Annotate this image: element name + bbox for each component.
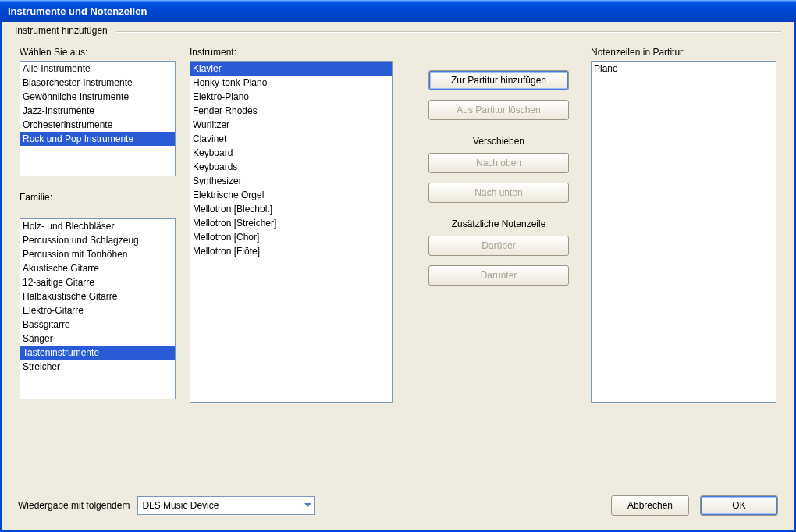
family-list-item[interactable]: Halbakustische Gitarre <box>20 289 175 303</box>
instrument-list-item[interactable]: Clavinet <box>190 132 392 146</box>
group-divider <box>116 31 781 33</box>
instrument-list-item[interactable]: Wurlitzer <box>190 118 392 132</box>
window-title: Instrumente und Notenzeilen <box>8 5 147 17</box>
titlebar[interactable]: Instrumente und Notenzeilen <box>0 0 796 22</box>
family-list-item[interactable]: Tasteninstrumente <box>20 346 175 360</box>
move-up-button[interactable]: Nach oben <box>428 153 569 173</box>
staves-label: Notenzeilen in Partitur: <box>591 47 776 58</box>
add-to-score-button[interactable]: Zur Partitur hinzufügen <box>428 70 569 90</box>
instrument-list-item[interactable]: Synthesizer <box>190 174 392 188</box>
instrument-list-item[interactable]: Mellotron [Flöte] <box>190 244 392 258</box>
family-label: Familie: <box>20 192 176 203</box>
instrument-list-item[interactable]: Honky-tonk-Piano <box>190 76 392 90</box>
playback-label: Wiedergabe mit folgendem <box>18 500 130 511</box>
extra-staff-section-label: Zusätzliche Notenzeile <box>421 218 577 229</box>
add-staff-above-button[interactable]: Darüber <box>428 236 569 256</box>
instrument-list-item[interactable]: Elektro-Piano <box>190 90 392 104</box>
ok-button[interactable]: OK <box>700 495 778 516</box>
family-listbox[interactable]: Holz- und BlechbläserPercussion und Schl… <box>20 218 176 399</box>
playback-device-value: DLS Music Device <box>142 500 219 511</box>
family-list-item[interactable]: Akustische Gitarre <box>20 261 175 275</box>
choose-list-item[interactable]: Rock und Pop Instrumente <box>20 132 175 146</box>
family-list-item[interactable]: 12-saitige Gitarre <box>20 275 175 289</box>
choose-list-item[interactable]: Gewöhnliche Instrumente <box>20 90 175 104</box>
instrument-listbox[interactable]: KlavierHonky-tonk-PianoElektro-PianoFend… <box>190 61 393 403</box>
instrument-list-item[interactable]: Mellotron [Streicher] <box>190 216 392 230</box>
choose-list-item[interactable]: Jazz-Instrumente <box>20 104 175 118</box>
instrument-list-item[interactable]: Elektrische Orgel <box>190 188 392 202</box>
choose-list-item[interactable]: Orchesterinstrumente <box>20 118 175 132</box>
instrument-list-item[interactable]: Mellotron [Chor] <box>190 230 392 244</box>
instrument-list-item[interactable]: Keyboard <box>190 146 392 160</box>
staves-listbox[interactable]: Piano <box>591 61 776 403</box>
chevron-down-icon <box>300 497 314 514</box>
choose-list-item[interactable]: Blasorchester-Instrumente <box>20 76 175 90</box>
family-list-item[interactable]: Elektro-Gitarre <box>20 303 175 317</box>
family-list-item[interactable]: Streicher <box>20 360 175 374</box>
cancel-button[interactable]: Abbrechen <box>611 495 689 516</box>
family-list-item[interactable]: Holz- und Blechbläser <box>20 219 175 233</box>
instrument-list-item[interactable]: Klavier <box>190 62 392 76</box>
family-list-item[interactable]: Bassgitarre <box>20 317 175 332</box>
instrument-label: Instrument: <box>190 47 393 58</box>
family-list-item[interactable]: Percussion mit Tonhöhen <box>20 247 175 261</box>
choose-label: Wählen Sie aus: <box>20 47 176 58</box>
add-staff-below-button[interactable]: Darunter <box>428 265 569 286</box>
family-list-item[interactable]: Percussion und Schlagzeug <box>20 233 175 247</box>
choose-list-item[interactable]: Alle Instrumente <box>20 62 175 76</box>
remove-from-score-button[interactable]: Aus Partitur löschen <box>428 100 569 120</box>
instrument-list-item[interactable]: Keyboards <box>190 160 392 174</box>
instrument-list-item[interactable]: Mellotron [Blechbl.] <box>190 202 392 216</box>
dialog-body: Instrument hinzufügen Wählen Sie aus: Al… <box>2 22 794 530</box>
group-label: Instrument hinzufügen <box>15 25 111 36</box>
family-list-item[interactable]: Sänger <box>20 332 175 346</box>
playback-device-combobox[interactable]: DLS Music Device <box>137 496 315 515</box>
choose-listbox[interactable]: Alle InstrumenteBlasorchester-Instrument… <box>20 61 176 176</box>
staves-list-item[interactable]: Piano <box>592 62 776 76</box>
add-instrument-group: Instrument hinzufügen Wählen Sie aus: Al… <box>15 31 781 407</box>
move-down-button[interactable]: Nach unten <box>428 183 569 203</box>
move-section-label: Verschieben <box>421 136 577 147</box>
instrument-list-item[interactable]: Fender Rhodes <box>190 104 392 118</box>
